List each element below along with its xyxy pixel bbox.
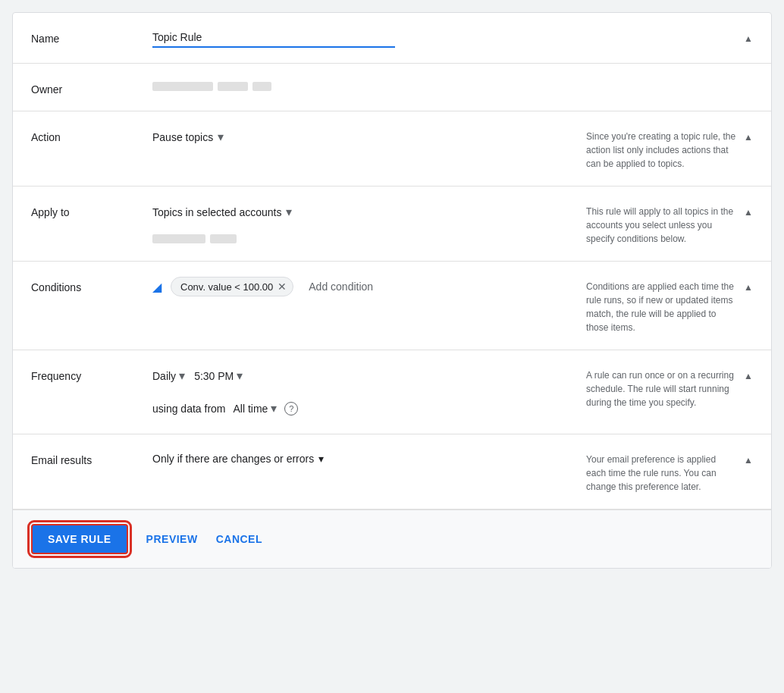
filter-icon: ◢: [152, 280, 162, 294]
owner-content: [152, 79, 586, 91]
email-help: Your email preference is applied each ti…: [571, 450, 738, 494]
chip-label: Conv. value < 100.00: [180, 281, 273, 293]
name-label: Name: [31, 28, 152, 45]
action-content: Pause topics ▾: [152, 127, 571, 147]
email-toggle[interactable]: [744, 450, 753, 467]
remove-condition-button[interactable]: ✕: [278, 281, 287, 293]
email-dropdown-value: Only if there are changes or errors: [152, 453, 314, 465]
email-label: Email results: [31, 450, 152, 466]
apply-dropdown[interactable]: Topics in selected accounts ▾: [152, 202, 292, 222]
time-arrow: ▾: [237, 368, 243, 383]
apply-toggle[interactable]: [744, 202, 753, 219]
data-from-dropdown[interactable]: All time ▾: [234, 398, 278, 419]
frequency-dropdown[interactable]: Daily ▾: [152, 365, 185, 386]
preview-button[interactable]: PREVIEW: [146, 533, 198, 545]
name-help: [571, 28, 738, 31]
action-label: Action: [31, 127, 152, 143]
action-toggle[interactable]: [744, 127, 753, 144]
conditions-label: Conditions: [31, 277, 152, 293]
email-chevron-up-icon: [744, 451, 753, 467]
email-dropdown[interactable]: Only if there are changes or errors ▾: [152, 450, 324, 468]
owner-help: [586, 79, 753, 82]
conditions-chips: ◢ Conv. value < 100.00 ✕ Add condition: [152, 277, 571, 296]
frequency-content: Daily ▾ 5:30 PM ▾ using data from All ti…: [152, 365, 571, 419]
name-toggle[interactable]: [744, 28, 753, 45]
frequency-row: Daily ▾ 5:30 PM ▾: [152, 365, 571, 386]
apply-account-placeholder: [152, 231, 571, 243]
footer-bar: SAVE RULE PREVIEW CANCEL: [13, 510, 771, 568]
data-from-help-icon[interactable]: ?: [284, 402, 298, 415]
frequency-toggle[interactable]: [744, 365, 753, 383]
owner-section: Owner: [13, 64, 771, 111]
condition-chip: Conv. value < 100.00 ✕: [171, 277, 293, 296]
data-from-value: All time: [234, 403, 268, 415]
apply-chevron-up-icon: [744, 203, 753, 219]
email-content: Only if there are changes or errors ▾: [152, 450, 571, 468]
owner-block-2: [218, 82, 248, 91]
frequency-section: Frequency Daily ▾ 5:30 PM ▾ using data f…: [13, 350, 771, 434]
frequency-help: A rule can run once or on a recurring sc…: [571, 365, 738, 409]
time-value: 5:30 PM: [194, 370, 234, 382]
rule-form: Name Owner Action: [12, 12, 772, 569]
frequency-label: Frequency: [31, 365, 152, 382]
conditions-chevron-up-icon: [744, 278, 753, 294]
data-from-row: using data from All time ▾ ?: [152, 398, 571, 419]
conditions-help: Conditions are applied each time the rul…: [571, 277, 738, 334]
name-section: Name: [13, 13, 771, 64]
email-dropdown-arrow: ▾: [318, 453, 324, 465]
apply-block-2: [210, 234, 237, 243]
apply-block-1: [152, 234, 205, 243]
apply-help: This rule will apply to all topics in th…: [571, 202, 738, 246]
email-section: Email results Only if there are changes …: [13, 434, 771, 510]
apply-sub-content: [152, 231, 571, 243]
action-chevron-up-icon: [744, 128, 753, 144]
owner-label: Owner: [31, 79, 152, 96]
apply-section: Apply to Topics in selected accounts ▾ T…: [13, 187, 771, 262]
save-rule-button[interactable]: SAVE RULE: [31, 524, 128, 554]
apply-dropdown-arrow: ▾: [286, 205, 292, 219]
action-dropdown-arrow: ▾: [218, 130, 224, 144]
frequency-arrow: ▾: [179, 368, 185, 383]
action-section: Action Pause topics ▾ Since you're creat…: [13, 111, 771, 187]
apply-label: Apply to: [31, 202, 152, 218]
action-dropdown-value: Pause topics: [152, 131, 213, 143]
name-content: [152, 28, 571, 48]
action-help: Since you're creating a topic rule, the …: [571, 127, 738, 171]
cancel-button[interactable]: CANCEL: [216, 533, 262, 545]
time-dropdown[interactable]: 5:30 PM ▾: [194, 365, 243, 386]
data-from-label: using data from: [152, 403, 226, 415]
conditions-section: Conditions ◢ Conv. value < 100.00 ✕ Add …: [13, 262, 771, 350]
apply-dropdown-value: Topics in selected accounts: [152, 206, 281, 218]
name-input[interactable]: [152, 28, 395, 48]
conditions-toggle[interactable]: [744, 277, 753, 294]
frequency-value: Daily: [152, 370, 176, 382]
conditions-content: ◢ Conv. value < 100.00 ✕ Add condition: [152, 277, 571, 296]
frequency-chevron-up-icon: [744, 367, 753, 383]
owner-block-3: [252, 82, 271, 91]
owner-placeholder: [152, 79, 586, 91]
owner-block-1: [152, 82, 213, 91]
data-from-arrow: ▾: [271, 401, 277, 415]
chevron-up-icon: [744, 30, 753, 45]
add-condition-link[interactable]: Add condition: [309, 281, 373, 293]
apply-content: Topics in selected accounts ▾: [152, 202, 571, 243]
action-dropdown[interactable]: Pause topics ▾: [152, 127, 224, 147]
